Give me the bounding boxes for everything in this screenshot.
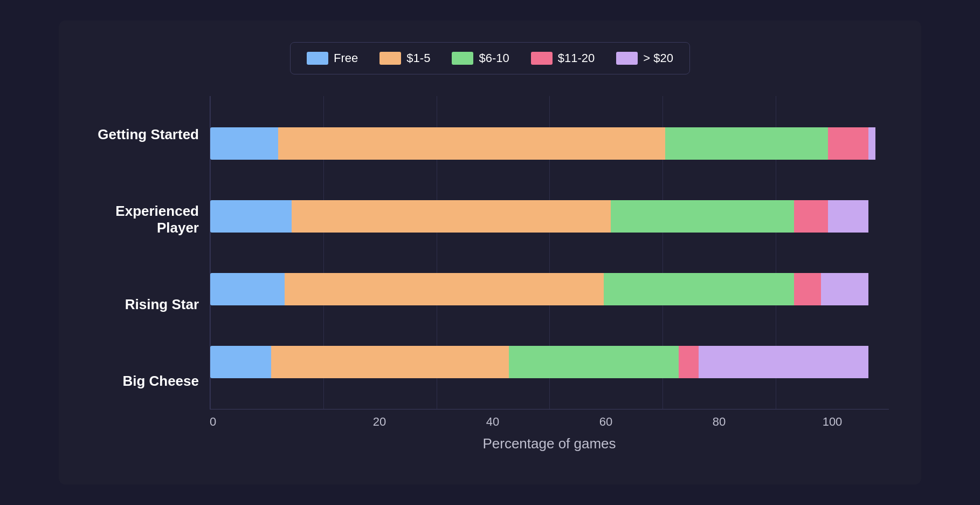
legend-item-6to10: $6-10: [452, 51, 509, 65]
chart-legend: Free $1-5 $6-10 $11-20 > $20: [290, 42, 690, 74]
legend-item-gt20: > $20: [616, 51, 673, 65]
bars-wrapper: [210, 96, 889, 409]
y-label: Experienced Player: [91, 203, 210, 236]
bar-row: [210, 273, 889, 305]
bar-segment: [210, 273, 285, 305]
chart-container: Free $1-5 $6-10 $11-20 > $20 Getting Sta…: [59, 21, 921, 484]
legend-label-11to20: $11-20: [558, 51, 595, 65]
bar-segment: [210, 127, 278, 160]
legend-swatch-11to20: [531, 52, 553, 65]
bar-segment: [821, 273, 868, 305]
bar-segment: [292, 200, 611, 233]
legend-item-11to20: $11-20: [531, 51, 595, 65]
bar-segment: [285, 273, 604, 305]
y-label: Big Cheese: [91, 373, 210, 390]
legend-item-free: Free: [307, 51, 358, 65]
x-tick: 60: [549, 415, 662, 429]
legend-swatch-free: [307, 52, 328, 65]
legend-item-1to5: $1-5: [379, 51, 430, 65]
bar-segment: [794, 273, 821, 305]
bar-segment: [210, 200, 292, 233]
bar-segment: [604, 273, 794, 305]
bars-area: [210, 96, 889, 410]
legend-swatch-1to5: [379, 52, 401, 65]
bar-row: [210, 200, 889, 233]
y-label: Getting Started: [91, 126, 210, 143]
legend-label-free: Free: [334, 51, 358, 65]
y-label: Rising Star: [91, 296, 210, 313]
bar-segment: [665, 127, 828, 160]
y-axis-labels: Getting StartedExperienced PlayerRising …: [91, 96, 210, 452]
bar-row: [210, 346, 889, 378]
bar-segment: [828, 200, 869, 233]
x-tick: 80: [662, 415, 776, 429]
bar-segment: [868, 127, 875, 160]
bar-segment: [210, 346, 271, 378]
legend-swatch-gt20: [616, 52, 638, 65]
bar-segment: [794, 200, 828, 233]
bar-row: [210, 127, 889, 160]
chart-plot: 020406080100 Percentage of games: [210, 96, 889, 452]
legend-swatch-6to10: [452, 52, 473, 65]
x-axis-label: Percentage of games: [210, 435, 889, 452]
bar-segment: [699, 346, 868, 378]
bar-segment: [679, 346, 699, 378]
bar-segment: [828, 127, 869, 160]
chart-area: Getting StartedExperienced PlayerRising …: [91, 96, 889, 452]
x-tick: 100: [776, 415, 889, 429]
bar-segment: [278, 127, 665, 160]
legend-label-gt20: > $20: [643, 51, 673, 65]
bar-segment: [509, 346, 679, 378]
x-tick: 40: [436, 415, 549, 429]
legend-label-1to5: $1-5: [406, 51, 430, 65]
bar-segment: [611, 200, 794, 233]
x-tick: 0: [210, 415, 323, 429]
bar-segment: [271, 346, 509, 378]
x-tick: 20: [323, 415, 436, 429]
legend-label-6to10: $6-10: [479, 51, 509, 65]
x-axis: 020406080100: [210, 410, 889, 429]
